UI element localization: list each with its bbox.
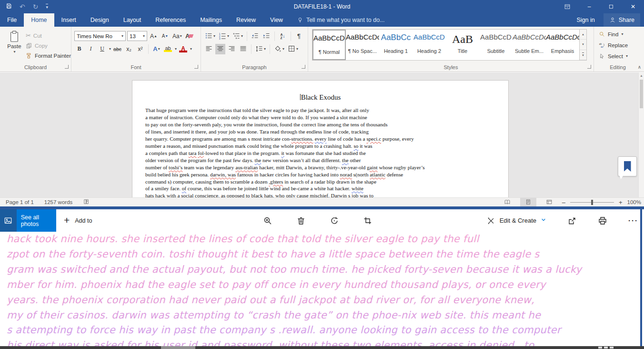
increase-indent-icon[interactable] [262,31,272,41]
undo-icon[interactable]: ↶ [20,3,25,10]
zoom-slider-thumb[interactable] [591,200,593,205]
highlight-dropdown[interactable]: ▾ [175,47,177,51]
decrease-indent-icon[interactable] [250,31,260,41]
share-icon[interactable] [567,216,577,226]
tab-view[interactable]: View [263,13,290,27]
font-size-combobox[interactable]: 13▾ [127,31,147,41]
page-indicator[interactable]: Page 1 of 1 [6,199,34,205]
italic-button[interactable]: I [86,44,96,54]
more-options-icon[interactable]: ··· [628,216,638,225]
multilevel-list-icon[interactable]: ▾ [231,31,244,41]
zoom-out-button[interactable]: – [562,199,565,206]
tab-references[interactable]: References [148,13,193,27]
tab-layout[interactable]: Layout [116,13,149,27]
collapse-ribbon-icon[interactable]: ∧ [638,64,641,70]
ribbon-display-options-icon[interactable] [556,0,578,13]
edit-create-button[interactable]: Edit & Create [487,216,546,225]
see-all-photos-button[interactable]: See all photos [0,209,56,232]
zoom-level[interactable]: 100% [627,199,641,205]
tab-review[interactable]: Review [229,13,263,27]
save-icon[interactable] [6,2,12,11]
bottom-scrollbar-thumb[interactable] [161,346,195,349]
font-color-dropdown[interactable]: ▾ [190,47,192,51]
proofing-error-icon[interactable] [83,198,90,206]
grow-font-button[interactable]: A▲ [149,31,159,41]
tab-mailings[interactable]: Mailings [193,13,229,27]
copy-button[interactable]: Copy [26,41,71,51]
numbering-icon[interactable]: 123▾ [218,31,230,41]
font-color-icon[interactable]: A [178,44,188,54]
read-mode-icon[interactable] [499,198,515,207]
zoom-in-icon[interactable] [263,216,272,226]
tab-home[interactable]: Home [24,13,54,27]
minimize-button[interactable]: – [578,0,600,13]
bullets-icon[interactable]: ▾ [204,31,216,41]
style-heading2[interactable]: AaBbCcDHeading 2 [413,30,446,60]
print-icon[interactable] [598,216,607,226]
underline-dropdown[interactable]: ▾ [109,47,111,51]
crop-icon[interactable] [363,216,372,226]
scrollbar-thumb[interactable] [640,80,643,108]
cut-button[interactable]: ✂Cut [26,31,71,41]
style-subtle-emphasis[interactable]: AaBbCcDcSubtle Em... [513,30,546,60]
clipboard-dialog-launcher-icon[interactable] [65,65,69,69]
web-layout-icon[interactable] [541,198,557,207]
change-case-button[interactable]: Aa▾ [171,31,183,41]
zoom-in-button[interactable]: + [619,199,623,206]
superscript-button[interactable]: x² [135,44,145,54]
bookmark-flag-icon[interactable] [618,156,637,176]
shrink-font-button[interactable]: A▼ [160,31,170,41]
document-page[interactable]: Black Exodus That huge program were the … [132,80,509,197]
print-layout-icon[interactable] [520,198,536,207]
delete-icon[interactable] [296,216,306,226]
rotate-icon[interactable] [330,216,339,226]
styles-scroll-down-icon[interactable]: ▾ [580,40,586,50]
style-normal[interactable]: AaBbCcDc¶ Normal [312,30,346,60]
style-heading1[interactable]: AaBbCcHeading 1 [379,30,413,60]
align-center-icon[interactable] [215,44,225,54]
text-effects-icon[interactable]: A▾ [151,44,161,54]
bold-button[interactable]: B [74,44,84,54]
tab-file[interactable]: File [0,13,24,27]
word-count[interactable]: 1257 words [44,199,72,205]
subscript-button[interactable]: x₂ [124,44,134,54]
font-dialog-launcher-icon[interactable] [194,65,198,69]
styles-gallery-more-icon[interactable]: ▾ [580,50,586,60]
document-scrollbar[interactable]: ▲ [638,72,644,197]
format-painter-button[interactable]: Format Painter [26,51,71,61]
tell-me-box[interactable]: Tell me what you want to do... [297,13,385,27]
highlight-color-icon[interactable]: ab [163,44,173,54]
strikethrough-button[interactable]: abc [112,44,122,54]
replace-button[interactable]: abacReplace [599,40,642,51]
zoom-slider[interactable] [570,202,614,203]
bottom-scrollbar[interactable] [0,346,644,349]
tab-design[interactable]: Design [83,13,116,27]
redo-icon[interactable]: ↻ [33,3,39,10]
align-left-icon[interactable] [204,44,214,54]
add-to-button[interactable]: + Add to [64,209,92,232]
style-title[interactable]: AaBTitle [446,30,479,60]
scroll-up-icon[interactable]: ▲ [639,72,644,79]
sort-icon[interactable]: AZ↓ [278,31,288,41]
paragraph-dialog-launcher-icon[interactable] [302,65,305,69]
style-emphasis[interactable]: AaBbCcDcEmphasis [546,30,579,60]
style-no-spacing[interactable]: AaBbCcDc¶ No Spac... [346,30,379,60]
clear-formatting-icon[interactable]: A [184,31,194,41]
maximize-button[interactable] [600,0,622,13]
font-family-combobox[interactable]: Times New Ro▾ [74,31,126,41]
borders-icon[interactable]: ▾ [287,44,299,54]
align-right-icon[interactable] [227,44,237,54]
underline-button[interactable]: U [97,44,107,54]
select-button[interactable]: Select▾ [599,51,642,62]
paste-dropdown[interactable]: ▾ [13,50,15,54]
styles-dialog-launcher-icon[interactable] [587,65,591,69]
find-button[interactable]: Find▾ [599,29,642,40]
styles-scroll-up-icon[interactable]: ▴ [580,30,586,40]
justify-icon[interactable] [238,44,248,54]
line-spacing-icon[interactable]: ▾ [254,44,267,54]
style-subtitle[interactable]: AaBbCcDSubtitle [479,30,513,60]
shading-icon[interactable]: ▾ [273,44,285,54]
close-button[interactable]: ✕ [622,0,644,13]
sign-in-button[interactable]: Sign in [572,17,599,23]
customize-qat-icon[interactable]: ▾ [46,4,48,10]
